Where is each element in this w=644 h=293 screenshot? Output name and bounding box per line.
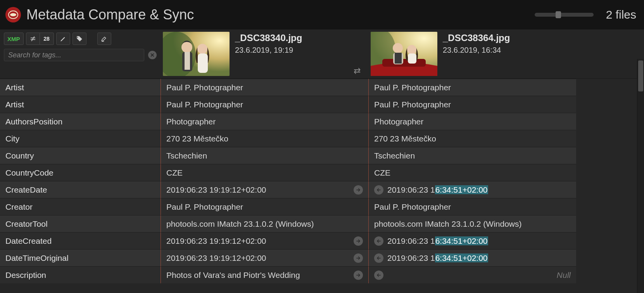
thumbnail-b[interactable] — [371, 32, 437, 76]
value-b-cell[interactable]: 2019:06:23 16:34:51+02:00 — [368, 249, 576, 266]
copy-left-button[interactable] — [374, 236, 383, 246]
tag-name-cell[interactable]: Artist — [0, 79, 161, 96]
tag-name-cell[interactable]: Artist — [0, 96, 161, 113]
value-a-text: photools.com IMatch 23.1.0.2 (Windows) — [166, 219, 314, 229]
difference-count-badge[interactable]: 28 — [40, 33, 54, 45]
svg-rect-10 — [198, 53, 208, 73]
value-a-text: Paul P. Photographer — [166, 202, 243, 212]
value-a-text: 2019:06:23 19:19:12+02:00 — [166, 253, 266, 263]
value-b-cell[interactable]: photools.com IMatch 23.1.0.2 (Windows) — [368, 215, 576, 232]
value-b-cell[interactable]: Photographer — [368, 113, 576, 130]
value-b-cell[interactable]: Paul P. Photographer — [368, 198, 576, 215]
value-a-cell[interactable]: CZE — [161, 164, 368, 181]
file-date-a: 23.6.2019, 19:19 — [235, 46, 302, 55]
copy-right-button[interactable] — [354, 236, 363, 246]
copy-right-button[interactable] — [354, 253, 363, 263]
copy-right-button[interactable] — [354, 185, 363, 195]
tag-name-cell[interactable]: CountryCode — [0, 164, 161, 181]
tag-name-cell[interactable]: Country — [0, 147, 161, 164]
tag-name-cell[interactable]: AuthorsPosition — [0, 113, 161, 130]
value-b-cell[interactable]: Null — [368, 266, 576, 283]
value-b-cell[interactable]: Paul P. Photographer — [368, 96, 576, 113]
value-b-text: 270 23 Městečko — [374, 134, 436, 143]
value-b-text: 2019:06:23 16:34:51+02:00 — [387, 253, 571, 263]
svg-point-9 — [197, 44, 207, 54]
tag-name-cell[interactable]: City — [0, 130, 161, 147]
zoom-slider-thumb[interactable] — [556, 11, 561, 18]
svg-point-6 — [181, 42, 192, 53]
file-header-a: _DSC38340.jpg 23.6.2019, 19:19 — [161, 29, 368, 78]
value-b-text: 2019:06:23 16:34:51+02:00 — [387, 185, 571, 195]
value-b-cell[interactable]: CZE — [368, 164, 576, 181]
search-input[interactable] — [4, 49, 144, 61]
value-a-cell[interactable]: Tschechien — [161, 147, 368, 164]
app-title: Metadata Compare & Sync — [26, 7, 529, 23]
value-a-cell[interactable]: 2019:06:23 19:19:12+02:00 — [161, 232, 368, 249]
edit-button[interactable] — [56, 33, 70, 45]
value-b-cell[interactable]: Tschechien — [368, 147, 576, 164]
value-a-cell[interactable]: Paul P. Photographer — [161, 79, 368, 96]
value-b-cell[interactable]: 2019:06:23 16:34:51+02:00 — [368, 232, 576, 249]
tags-button[interactable] — [73, 33, 86, 45]
tag-name-cell[interactable]: DateCreated — [0, 232, 161, 249]
scrollbar-thumb[interactable] — [638, 60, 643, 91]
file-date-b: 23.6.2019, 16:34 — [443, 46, 510, 55]
value-a-cell[interactable]: 270 23 Městečko — [161, 130, 368, 147]
diff-highlight: 6:34:51+02:00 — [435, 236, 488, 245]
value-a-text: Tschechien — [166, 151, 207, 160]
tag-name-cell[interactable]: CreatorTool — [0, 215, 161, 232]
swap-files-icon[interactable]: ⇄ — [354, 66, 361, 76]
svg-point-17 — [407, 45, 416, 54]
svg-rect-13 — [382, 59, 426, 67]
value-a-text: CZE — [166, 168, 183, 178]
tag-name-cell[interactable]: DateTimeOriginal — [0, 249, 161, 266]
vertical-scrollbar[interactable] — [637, 59, 644, 293]
tag-name-cell[interactable]: Description — [0, 266, 161, 283]
value-b-cell[interactable]: Paul P. Photographer — [368, 79, 576, 96]
value-b-text: Photographer — [374, 117, 423, 126]
copy-left-button[interactable] — [374, 253, 383, 263]
file-count: 2 files — [606, 8, 636, 21]
app-header: Metadata Compare & Sync 2 files — [0, 0, 644, 29]
value-a-text: Photos of Vara's and Piotr's Wedding — [166, 271, 300, 280]
show-differences-button[interactable] — [26, 33, 40, 45]
value-b-cell[interactable]: 270 23 Městečko — [368, 130, 576, 147]
not-equal-icon — [29, 35, 36, 42]
copy-left-button[interactable] — [374, 271, 383, 280]
zoom-slider[interactable] — [535, 13, 594, 17]
file-name-b: _DSC38364.jpg — [443, 33, 510, 43]
tag-icon — [76, 35, 83, 42]
tag-name-cell[interactable]: CreateDate — [0, 181, 161, 198]
svg-rect-8 — [185, 52, 190, 70]
difference-count: 28 — [43, 36, 50, 42]
metadata-grid: ArtistPaul P. PhotographerPaul P. Photog… — [0, 79, 644, 283]
value-a-cell[interactable]: Photographer — [161, 113, 368, 130]
thumbnail-a[interactable] — [163, 32, 230, 76]
value-b-text: photools.com IMatch 23.1.0.2 (Windows) — [374, 219, 522, 229]
svg-point-14 — [393, 43, 403, 53]
value-a-cell[interactable]: Paul P. Photographer — [161, 96, 368, 113]
value-a-cell[interactable]: 2019:06:23 19:19:12+02:00 — [161, 181, 368, 198]
tag-name-cell[interactable]: Creator — [0, 198, 161, 215]
value-b-text: 2019:06:23 16:34:51+02:00 — [387, 236, 571, 246]
value-a-cell[interactable]: photools.com IMatch 23.1.0.2 (Windows) — [161, 215, 368, 232]
value-a-text: Paul P. Photographer — [166, 100, 243, 109]
value-b-cell[interactable]: 2019:06:23 16:34:51+02:00 — [368, 181, 576, 198]
value-a-text: Paul P. Photographer — [166, 83, 243, 92]
file-header-b: ⇄ — [368, 29, 576, 78]
filter-xmp-button[interactable]: XMP — [4, 33, 24, 45]
copy-right-button[interactable] — [354, 271, 363, 280]
svg-rect-18 — [408, 53, 416, 64]
value-b-text: Paul P. Photographer — [374, 100, 451, 109]
value-a-cell[interactable]: Paul P. Photographer — [161, 198, 368, 215]
diff-highlight: 6:34:51+02:00 — [435, 253, 488, 262]
file-name-a: _DSC38340.jpg — [235, 33, 302, 43]
value-a-cell[interactable]: 2019:06:23 19:19:12+02:00 — [161, 249, 368, 266]
value-a-text: Photographer — [166, 117, 216, 126]
copy-left-button[interactable] — [374, 185, 383, 195]
value-a-cell[interactable]: Photos of Vara's and Piotr's Wedding — [161, 266, 368, 283]
value-b-text: Paul P. Photographer — [374, 83, 451, 92]
clear-search-button[interactable]: ✕ — [148, 51, 157, 59]
highlight-button[interactable] — [97, 33, 111, 45]
toolbar: XMP 28 — [0, 29, 161, 78]
